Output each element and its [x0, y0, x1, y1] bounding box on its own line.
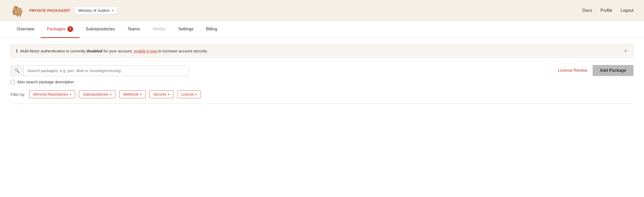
content-divider	[10, 103, 634, 104]
filter-subrepositories[interactable]: Subrepositories ▾	[79, 90, 115, 98]
search-input-wrapper: 🔍	[10, 65, 189, 76]
profile-link[interactable]: Profile	[600, 8, 612, 13]
search-row: 🔍 License Review Add Package	[10, 65, 634, 76]
chevron-down-icon: ▾	[195, 93, 197, 96]
chevron-down-icon: ▾	[70, 93, 71, 96]
filter-webhook[interactable]: Webhook ▾	[119, 90, 146, 98]
svg-point-3	[16, 7, 17, 8]
add-package-button[interactable]: Add Package	[593, 65, 634, 76]
filter-by-label: Filter by	[10, 92, 24, 97]
filter-security-label: Security	[153, 92, 167, 96]
filter-mirrored-repositories[interactable]: Mirrored Repositories ▾	[29, 90, 75, 98]
enable-mfa-link[interactable]: enable it now	[134, 49, 157, 53]
tab-subrepositories[interactable]: Subrepositories	[79, 21, 121, 37]
tab-teams[interactable]: Teams	[121, 21, 146, 37]
alert-content: ℹ Multi-factor authentication is current…	[16, 48, 208, 54]
packages-badge: 7	[67, 26, 73, 32]
description-search-label[interactable]: Also search package description	[17, 80, 74, 84]
org-selector[interactable]: Ministry of Justice ▾	[74, 6, 117, 14]
top-header: PRIVATE PACKAGIST Ministry of Justice ▾ …	[0, 0, 644, 21]
search-button[interactable]: 🔍	[11, 65, 24, 76]
filter-subrepositories-label: Subrepositories	[83, 92, 108, 96]
filter-row: Filter by Mirrored Repositories ▾ Subrep…	[10, 90, 634, 98]
chevron-down-icon: ▾	[140, 93, 142, 96]
description-search-checkbox[interactable]	[10, 80, 15, 84]
alert-text-middle: for your account,	[102, 49, 134, 53]
tab-packages[interactable]: Packages 7	[41, 21, 79, 38]
org-name: Ministry of Justice	[78, 8, 110, 13]
tab-billing[interactable]: Billing	[200, 21, 224, 37]
filter-webhook-label: Webhook	[123, 92, 138, 96]
chevron-down-icon: ▾	[112, 9, 113, 12]
search-actions: License Review Add Package	[552, 65, 634, 76]
alert-close-button[interactable]: ×	[623, 48, 628, 54]
chevron-down-icon: ▾	[168, 93, 170, 96]
tab-overview[interactable]: Overview	[10, 21, 41, 37]
main-nav: Overview Packages 7 Subrepositories Team…	[0, 21, 644, 38]
alert-text: Multi-factor authentication is currently…	[20, 49, 208, 53]
tab-vendor: Vendor	[146, 21, 172, 37]
filter-license[interactable]: License ▾	[177, 90, 201, 98]
filter-mirrored-label: Mirrored Repositories	[33, 92, 68, 96]
chevron-down-icon: ▾	[110, 93, 111, 96]
info-icon: ℹ	[16, 48, 18, 54]
alert-banner: ℹ Multi-factor authentication is current…	[10, 44, 634, 58]
alert-text-after: to increase account security.	[157, 49, 208, 53]
filter-security[interactable]: Security ▾	[149, 90, 174, 98]
content-area: ℹ Multi-factor authentication is current…	[0, 38, 644, 110]
logo-text: PRIVATE PACKAGIST	[29, 8, 70, 13]
top-nav-right: Docs Profile Logout	[582, 8, 634, 13]
license-review-button[interactable]: License Review	[552, 65, 592, 75]
logo-area: PRIVATE PACKAGIST Ministry of Justice ▾	[10, 3, 117, 18]
alert-text-before: Multi-factor authentication is currently	[20, 49, 87, 53]
tab-packages-label: Packages	[47, 27, 65, 31]
logout-link[interactable]: Logout	[621, 8, 634, 13]
search-input[interactable]	[24, 66, 189, 75]
tab-settings[interactable]: Settings	[172, 21, 200, 37]
docs-link[interactable]: Docs	[582, 8, 592, 13]
alert-text-bold: disabled	[87, 49, 103, 53]
logo-icon	[10, 3, 25, 18]
filter-license-label: License	[181, 92, 194, 96]
checkbox-row: Also search package description	[10, 80, 634, 84]
